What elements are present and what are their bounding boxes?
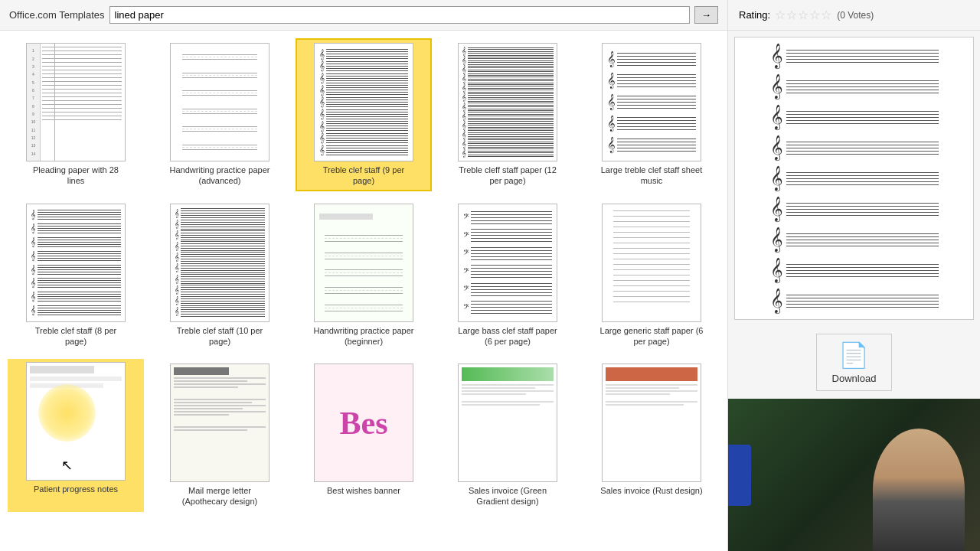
template-thumb-treble-clef-8: 𝄞 𝄞 𝄞: [26, 204, 126, 322]
template-item-treble-clef-9[interactable]: 𝄞 𝄞 𝄞: [296, 38, 432, 191]
staff-line: [786, 178, 939, 179]
template-thumb-large-bass-6: 𝄢 𝄢 𝄢: [458, 204, 557, 322]
staff-line: [786, 83, 939, 84]
template-thumb-large-generic-6: [602, 204, 701, 322]
template-item-treble-cleff-12[interactable]: 𝄞 𝄞 𝄞: [439, 38, 576, 191]
template-item-sales-invoice-rust[interactable]: Sales invoice (Rust design): [583, 359, 720, 512]
staff-lines: [786, 50, 939, 63]
download-section: 📄 Download: [728, 326, 980, 399]
template-label-mail-merge: Mail merge letter (Apothecary design): [168, 485, 272, 507]
staff-line: [786, 181, 939, 182]
staff-lines: [786, 172, 939, 185]
blue-sidebar: [728, 445, 751, 506]
staff-lines: [786, 233, 939, 246]
staff-line: [786, 233, 939, 234]
staff-line: [786, 304, 939, 305]
template-label-handwriting-beginner: Handwriting practice paper (beginner): [312, 325, 416, 347]
template-label-patient-progress: Patient progress notes: [34, 484, 118, 494]
app-label: Office.com Templates: [9, 9, 105, 21]
template-label-pleading-28: Pleading paper with 28 lines: [24, 165, 128, 187]
staff-line: [786, 114, 939, 115]
template-thumb-sales-invoice-green: [458, 364, 557, 482]
person-silhouette: [873, 429, 965, 551]
staff-group-0: 𝄞: [770, 45, 939, 67]
staff-group-5: 𝄞: [770, 198, 939, 220]
webcam-placeholder: [728, 399, 980, 551]
treble-clef-symbol: 𝄞: [770, 76, 783, 97]
staff-line: [786, 301, 939, 302]
template-label-large-treble: Large treble clef staff sheet music: [600, 165, 704, 187]
staff-group-4: 𝄞: [770, 168, 939, 189]
template-thumb-handwriting-advanced: [170, 43, 270, 161]
template-thumb-treble-clef-9: 𝄞 𝄞 𝄞: [314, 43, 413, 161]
template-item-large-bass-6[interactable]: 𝄢 𝄢 𝄢: [439, 199, 576, 352]
template-item-sales-invoice-green[interactable]: Sales invoice (Green Gradient design): [439, 359, 576, 512]
staff-lines: [786, 295, 939, 308]
right-panel: Rating: ☆☆☆☆☆ (0 Votes) 𝄞 𝄞 𝄞: [727, 0, 980, 551]
staff-group-3: 𝄞: [770, 137, 939, 158]
template-item-handwriting-beginner[interactable]: Handwriting practice paper (beginner): [296, 199, 432, 352]
staff-lines: [786, 111, 939, 124]
search-go-button[interactable]: →: [694, 6, 718, 24]
rating-stars[interactable]: ☆☆☆☆☆: [775, 8, 832, 22]
rating-section: Rating: ☆☆☆☆☆ (0 Votes): [728, 0, 980, 31]
template-label-sales-invoice-rust: Sales invoice (Rust design): [600, 485, 702, 496]
staff-line: [786, 264, 939, 265]
preview-area: 𝄞 𝄞 𝄞 𝄞: [734, 37, 974, 320]
staff-line: [786, 172, 939, 173]
staff-group-1: 𝄞: [770, 76, 939, 97]
music-staff-preview: 𝄞 𝄞 𝄞 𝄞: [770, 45, 939, 311]
download-button[interactable]: 📄 Download: [816, 334, 893, 391]
template-item-large-treble[interactable]: 𝄞 𝄞 𝄞: [583, 38, 720, 191]
download-label: Download: [832, 373, 877, 384]
template-item-mail-merge[interactable]: Mail merge letter (Apothecary design): [152, 359, 288, 512]
template-label-best-wishes: Best wishes banner: [327, 485, 400, 496]
treble-clef-symbol: 𝄞: [770, 229, 783, 250]
staff-line: [786, 295, 939, 295]
template-item-handwriting-advanced[interactable]: Handwriting practice paper (advanced): [152, 38, 288, 191]
main-content: Office.com Templates → 12345678910111213…: [0, 0, 727, 551]
template-item-large-generic-6[interactable]: Large generic staff paper (6 per page): [583, 199, 720, 352]
template-item-treble-clef-10[interactable]: 𝄞 𝄞 𝄞: [152, 199, 288, 352]
staff-line: [786, 276, 939, 277]
staff-line: [786, 154, 939, 155]
staff-line: [786, 243, 939, 243]
search-input[interactable]: [109, 6, 690, 24]
template-item-pleading-28[interactable]: 1234567891011121314 Pleading paper with …: [8, 38, 144, 191]
staff-lines: [786, 264, 939, 277]
staff-line: [786, 236, 939, 237]
staff-line: [786, 62, 939, 63]
template-thumb-mail-merge: [170, 364, 270, 482]
search-bar: Office.com Templates →: [0, 0, 727, 31]
staff-line: [786, 93, 939, 93]
staff-line: [786, 80, 939, 81]
staff-line: [786, 142, 939, 142]
template-label-treble-clef-9: Treble clef staff (9 per page): [312, 165, 416, 187]
staff-group-2: 𝄞: [770, 106, 939, 128]
staff-line: [786, 270, 939, 271]
template-thumb-pleading-28: 1234567891011121314: [26, 43, 126, 161]
template-label-treble-cleff-12: Treble cleff staff paper (12 per page): [456, 165, 560, 187]
staff-line: [786, 203, 939, 204]
staff-lines: [786, 142, 939, 155]
staff-line: [786, 145, 939, 145]
template-item-best-wishes[interactable]: Bes Best wishes banner: [296, 359, 432, 512]
template-label-handwriting-advanced: Handwriting practice paper (advanced): [168, 165, 272, 187]
template-item-patient-progress[interactable]: ↖ Patient progress notes: [8, 359, 144, 512]
staff-line: [786, 206, 939, 207]
template-label-treble-clef-8: Treble clef staff (8 per page): [24, 325, 128, 347]
treble-clef-symbol: 𝄞: [770, 137, 783, 158]
template-item-treble-clef-8[interactable]: 𝄞 𝄞 𝄞: [8, 199, 144, 352]
templates-grid: 1234567891011121314 Pleading paper with …: [0, 31, 727, 551]
rating-label: Rating:: [739, 9, 770, 21]
staff-line: [786, 184, 939, 185]
treble-clef-symbol: 𝄞: [770, 106, 783, 128]
staff-line: [786, 151, 939, 152]
staff-line: [786, 298, 939, 298]
staff-line: [786, 111, 939, 112]
webcam-area: [728, 399, 980, 551]
staff-lines: [786, 203, 939, 216]
template-label-large-generic-6: Large generic staff paper (6 per page): [600, 325, 704, 347]
staff-lines: [786, 80, 939, 93]
treble-clef-symbol: 𝄞: [770, 198, 783, 220]
